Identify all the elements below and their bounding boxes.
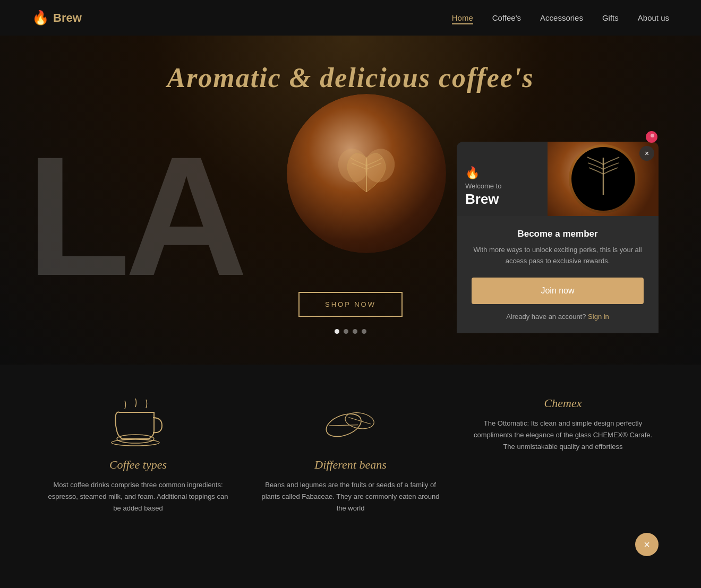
floating-close-button[interactable]: × (635, 533, 659, 556)
navbar: 🔥 Brew Home Coffee's Accessories Gifts A… (0, 0, 701, 36)
dot-2[interactable] (344, 329, 348, 334)
popup-header: 🔥 Welcome to Brew (457, 142, 659, 216)
nav-accessories[interactable]: Accessories (540, 13, 583, 22)
popup-close-button[interactable]: × (639, 146, 654, 161)
popup-body: Become a member With more ways to unlock… (457, 216, 659, 333)
signin-link[interactable]: Sign in (588, 313, 609, 321)
coffee-types-title: Coffee types (109, 458, 167, 472)
nav-home[interactable]: Home (452, 13, 473, 24)
hero-background-letters: LA (27, 131, 243, 301)
different-beans-title: Different beans (314, 458, 386, 472)
coffee-types-text: Most coffee drinks comprise three common… (48, 479, 228, 514)
popup-member-desc: With more ways to unlock exciting perks,… (472, 245, 644, 267)
features-section: Coffee types Most coffee drinks comprise… (0, 365, 701, 535)
popup-flame-icon: 🔥 (465, 166, 539, 180)
logo[interactable]: 🔥 Brew (32, 10, 82, 26)
popup-signin-text: Already have an account? Sign in (472, 313, 644, 321)
nav-coffees[interactable]: Coffee's (492, 13, 521, 22)
dot-3[interactable] (353, 329, 357, 334)
join-now-button[interactable]: Join now (472, 278, 644, 304)
nav-about-us[interactable]: About us (638, 13, 669, 22)
chemex-col: Chemex The Ottomatic: Its clean and simp… (457, 396, 669, 514)
popup-brew-text: Brew (465, 191, 539, 207)
popup-member-title: Become a member (472, 229, 644, 239)
carousel-dots (335, 329, 366, 334)
svg-point-4 (112, 439, 159, 446)
beans-icon (319, 396, 382, 449)
different-beans-col: Different beans Beans and legumes are th… (244, 396, 457, 514)
chemex-title: Chemex (473, 396, 653, 410)
coffee-types-col: Coffee types Most coffee drinks comprise… (32, 396, 244, 514)
logo-flame-icon: 🔥 (32, 10, 49, 26)
logo-text: Brew (53, 11, 82, 25)
dot-4[interactable] (362, 329, 366, 334)
nav-gifts[interactable]: Gifts (602, 13, 619, 22)
popup-welcome-text: Welcome to (465, 182, 539, 190)
coffee-circle (287, 94, 446, 253)
shop-now-button[interactable]: SHOP NOW (298, 292, 403, 317)
membership-popup: × 🔥 Welcome to Brew (457, 142, 659, 333)
popup-coffee-svg (569, 144, 638, 213)
popup-coffee-circle (569, 144, 638, 213)
different-beans-text: Beans and legumes are the fruits or seed… (260, 479, 441, 514)
coffee-cup-icon (106, 396, 170, 449)
notification-dot (646, 131, 657, 143)
nav-links: Home Coffee's Accessories Gifts About us (452, 13, 669, 23)
hero-coffee-image (287, 94, 446, 253)
hero-section: Aromatic & delicious coffee's LA SHOP NO… (0, 36, 701, 365)
hero-title: Aromatic & delicious coffee's (0, 62, 701, 93)
chemex-text: The Ottomatic: Its clean and simple desi… (473, 418, 653, 453)
latte-art-svg (324, 131, 409, 216)
dot-1[interactable] (335, 329, 339, 334)
popup-header-left: 🔥 Welcome to Brew (457, 142, 548, 216)
